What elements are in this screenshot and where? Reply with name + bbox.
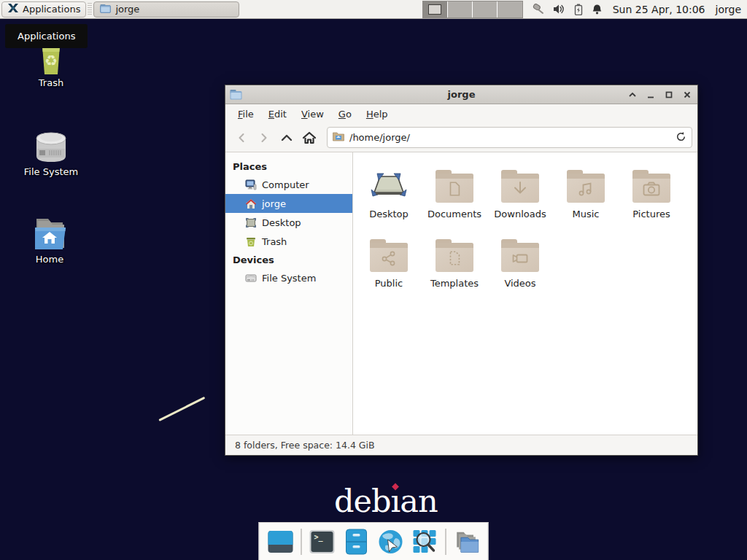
computer-icon (245, 179, 257, 190)
volume-icon[interactable] (553, 4, 565, 15)
drive-icon (245, 273, 257, 283)
places-sidebar: Places Computer jorge (225, 152, 353, 435)
menu-help[interactable]: Help (360, 106, 395, 122)
file-item-label: Downloads (494, 209, 546, 219)
file-item-templates[interactable]: Templates (422, 232, 487, 301)
file-item-videos[interactable]: Videos (487, 232, 553, 301)
application-finder-button[interactable] (411, 528, 439, 556)
sidebar-item-label: Trash (262, 236, 287, 247)
file-item-documents[interactable]: Documents (422, 163, 487, 232)
workspace-4[interactable] (498, 1, 522, 18)
sidebar-item-computer[interactable]: Computer (225, 175, 352, 194)
xfce-logo-icon (7, 2, 19, 16)
menu-go[interactable]: Go (332, 106, 358, 122)
maximize-button[interactable] (663, 89, 675, 101)
file-manager-button[interactable] (343, 528, 371, 556)
places-header: Places (225, 158, 352, 175)
file-item-label: Music (573, 209, 600, 219)
panel-clock[interactable]: Sun 25 Apr, 10:06 (613, 4, 705, 15)
folder-icon-pictures (632, 174, 670, 203)
home-button[interactable] (298, 128, 320, 148)
window-titlebar[interactable]: jorge (225, 85, 697, 104)
shade-button[interactable] (627, 89, 638, 101)
show-desktop-icon (267, 528, 295, 556)
devices-header: Devices (225, 251, 352, 268)
menu-view[interactable]: View (295, 106, 330, 122)
back-button[interactable] (231, 128, 252, 148)
taskbar-window-label: jorge (115, 4, 139, 15)
desktop-workspace-icon (370, 163, 408, 208)
stray-line-artifact (158, 397, 205, 421)
show-desktop-button[interactable] (267, 528, 295, 556)
workspace-1[interactable] (423, 1, 448, 18)
applications-menu-button[interactable]: Applications (1, 1, 86, 18)
forward-button[interactable] (253, 128, 274, 148)
sidebar-item-jorge[interactable]: jorge (225, 194, 352, 213)
file-item-desktop[interactable]: Desktop (356, 163, 422, 232)
file-item-music[interactable]: Music (553, 163, 619, 232)
close-button[interactable] (681, 89, 693, 101)
bottom-dock: >_ (259, 522, 489, 560)
applications-tooltip: Applications (5, 24, 88, 48)
desktop-icon-file-system[interactable]: File System (13, 125, 89, 177)
window-statusbar: 8 folders, Free space: 14.4 GiB (225, 435, 697, 455)
workspace-3[interactable] (473, 1, 498, 18)
home-directory-button[interactable] (453, 528, 481, 556)
path-folder-icon (333, 131, 344, 144)
svg-text:>_: >_ (314, 533, 324, 542)
reload-icon[interactable] (676, 131, 686, 144)
file-manager-window: jorge File Edit View Go Help (225, 85, 698, 456)
mouse-icon[interactable] (530, 4, 544, 15)
sidebar-item-label: jorge (262, 198, 286, 209)
panel-username[interactable]: jorge (716, 4, 741, 15)
desktop-icon-home[interactable]: Home (12, 213, 88, 265)
debian-logo: debıan (334, 483, 438, 519)
web-browser-button[interactable] (377, 528, 405, 556)
menu-file[interactable]: File (231, 106, 260, 122)
folder-icon-videos (501, 243, 539, 272)
sidebar-item-file-system[interactable]: File System (225, 268, 352, 287)
file-item-label: Desktop (369, 209, 409, 219)
workspace-switcher[interactable] (422, 1, 523, 18)
sidebar-item-label: File System (262, 273, 316, 284)
path-bar[interactable]: /home/jorge/ (327, 127, 692, 148)
hard-drive-icon (13, 125, 89, 165)
taskbar-window-button[interactable]: jorge (93, 1, 239, 18)
desktop-icon-label: Home (12, 254, 88, 265)
sidebar-item-desktop[interactable]: Desktop (225, 213, 352, 232)
window-icon (230, 89, 243, 101)
dock-separator (446, 529, 446, 555)
file-item-label: Public (375, 278, 403, 289)
svg-text:♻: ♻ (44, 52, 58, 69)
file-item-label: Documents (427, 209, 481, 219)
folder-icon-music (567, 174, 605, 203)
file-item-downloads[interactable]: Downloads (487, 163, 553, 232)
path-input[interactable]: /home/jorge/ (349, 132, 670, 143)
panel-handle[interactable] (88, 3, 92, 16)
terminal-icon: >_ (309, 528, 336, 556)
file-item-label: Pictures (632, 209, 670, 219)
window-toolbar: /home/jorge/ (225, 123, 697, 152)
file-item-public[interactable]: Public (356, 232, 422, 301)
sidebar-item-trash[interactable]: Trash (225, 232, 352, 251)
menu-edit[interactable]: Edit (262, 106, 293, 122)
top-panel: Applications jorge (0, 0, 747, 19)
sidebar-item-label: Desktop (262, 217, 301, 228)
file-view[interactable]: Desktop Documents Downloads (353, 152, 697, 435)
minimize-button[interactable] (645, 89, 657, 101)
notifications-bell-icon[interactable] (592, 4, 603, 15)
workspace-2[interactable] (448, 1, 473, 18)
taskbar-window-icon (100, 4, 111, 15)
system-tray (530, 4, 603, 15)
folder-icon-templates (436, 243, 473, 272)
home-icon (245, 198, 257, 209)
desktop-icon (245, 217, 257, 228)
terminal-button[interactable]: >_ (309, 528, 336, 556)
battery-icon[interactable] (574, 4, 583, 15)
desktop-icon-label: Trash (13, 77, 89, 88)
dock-separator (301, 529, 302, 555)
file-item-label: Videos (504, 278, 535, 289)
file-item-pictures[interactable]: Pictures (619, 163, 684, 232)
applications-menu-label: Applications (23, 4, 80, 15)
up-button[interactable] (276, 128, 297, 148)
